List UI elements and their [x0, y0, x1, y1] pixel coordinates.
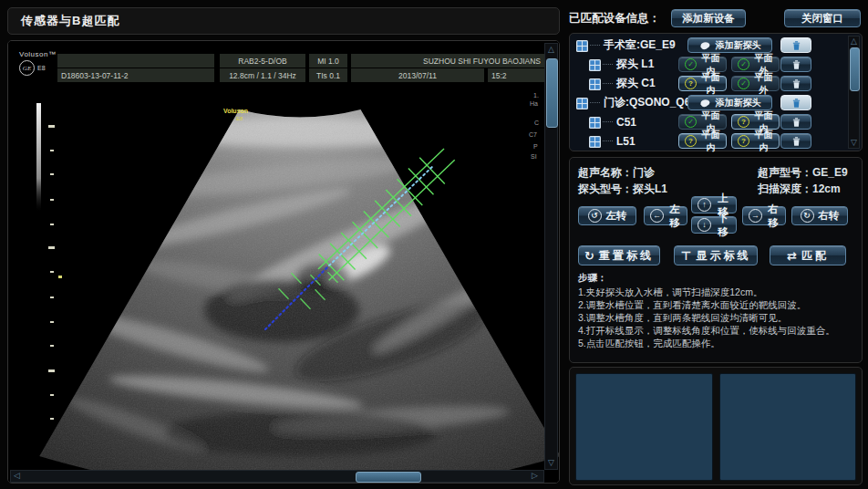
- plane-out-status-button[interactable]: ✓ 平面外: [731, 57, 780, 72]
- probe-model-label: 探头型号：: [578, 182, 633, 195]
- device-panel-header: 已匹配设备信息： 添加新设备 关闭窗口: [569, 7, 863, 29]
- trash-icon: [791, 117, 801, 128]
- delete-probe-button[interactable]: [780, 57, 811, 72]
- plane-in-status-button[interactable]: ? 平面内: [678, 133, 727, 149]
- vertical-scrollbar[interactable]: △ ▽: [544, 43, 558, 470]
- plane-in-status-button[interactable]: ? 平面内: [731, 114, 780, 130]
- scroll-down-icon[interactable]: ▽: [545, 457, 557, 469]
- tree-item-label: 门诊:QSONO_Q6: [604, 95, 690, 110]
- step-item: 4.打开标线显示，调整标线角度和位置，使标线与回波重合。: [578, 324, 855, 337]
- move-right-label: 右移: [767, 203, 780, 230]
- grid-icon: [576, 97, 588, 109]
- add-device-button[interactable]: 添加新设备: [671, 9, 746, 27]
- plane-in-status-button[interactable]: ? 平面内: [731, 133, 780, 149]
- svg-text:E8: E8: [236, 116, 243, 121]
- trash-icon: [791, 136, 801, 147]
- close-window-button[interactable]: 关闭窗口: [784, 9, 861, 27]
- side-annotation: C: [534, 120, 539, 126]
- delete-device-button[interactable]: [780, 37, 811, 53]
- machine-logo: Voluson™ GE E8: [19, 50, 56, 76]
- move-right-button[interactable]: → 右移: [742, 206, 786, 225]
- rotate-left-button[interactable]: ↺ 左转: [578, 206, 636, 225]
- move-down-button[interactable]: ↓ 下移: [691, 216, 737, 234]
- probe-icon: [699, 99, 711, 108]
- delete-device-button[interactable]: [780, 95, 811, 110]
- grid-icon: [589, 58, 601, 70]
- step-item: 1.夹好探头放入水槽，调节扫描深度12cm。: [578, 286, 855, 298]
- plane-in-status-button[interactable]: ✓ 平面内: [678, 57, 727, 72]
- tree-scroll-thumb[interactable]: [850, 47, 860, 91]
- svg-text:Voluson: Voluson: [223, 108, 248, 114]
- probe-icon: [699, 41, 711, 50]
- page-title: 传感器与B超匹配: [8, 13, 119, 29]
- plane-in-status-button[interactable]: ✓ 平面内: [678, 114, 727, 130]
- ge-logo-icon: GE: [19, 60, 35, 76]
- plane-out-status-button[interactable]: ✓ 平面外: [731, 76, 780, 91]
- tree-connector: [603, 140, 613, 141]
- delete-probe-button[interactable]: [780, 133, 811, 149]
- match-button[interactable]: ⇄ 匹配: [770, 245, 846, 265]
- camera-view-panel: [569, 367, 863, 485]
- arrow-up-icon: ↑: [698, 198, 711, 212]
- camera-view-right: [719, 373, 856, 481]
- shuffle-icon: ⇄: [787, 249, 797, 263]
- scroll-down-icon[interactable]: ▽: [848, 137, 860, 149]
- side-annotation: Ha: [530, 100, 538, 107]
- tree-scrollbar[interactable]: △ ▽: [848, 36, 860, 149]
- probe-model-segment: RAB2-5-D/OB: [220, 54, 305, 68]
- add-device-label: 添加新设备: [682, 12, 735, 26]
- close-window-label: 关闭窗口: [801, 12, 843, 26]
- scroll-up-icon[interactable]: △: [545, 44, 557, 56]
- match-label: 匹配: [801, 248, 829, 264]
- rotate-right-button[interactable]: ↻ 右转: [791, 206, 848, 225]
- vertical-scroll-thumb[interactable]: [546, 58, 558, 128]
- arrow-down-icon: ↓: [698, 218, 711, 232]
- tis-segment: TIs 0.1: [309, 68, 347, 82]
- scan-params-segment: 12.8cm / 1.1 / 34Hz: [220, 68, 305, 82]
- probe-model-value: 探头L1: [633, 182, 667, 195]
- ultrasound-viewport[interactable]: Voluson E8: [7, 40, 560, 484]
- show-line-button[interactable]: ⊤ 显示标线: [674, 245, 758, 265]
- scroll-left-icon[interactable]: ◁: [11, 471, 23, 483]
- ultrasound-name-row: 超声名称：门诊: [578, 165, 655, 181]
- ultrasound-image: Voluson E8: [8, 41, 559, 484]
- tree-row-probe[interactable]: 探头 C1 ? 平面内 ✓ 平面外: [570, 74, 862, 93]
- ultrasound-model-label: 超声型号：: [758, 166, 812, 179]
- trash-icon: [791, 78, 801, 89]
- horizontal-scrollbar[interactable]: ◁ ▷: [10, 470, 544, 483]
- device-panel-title: 已匹配设备信息：: [569, 11, 660, 26]
- reset-line-button[interactable]: ↻ 重置标线: [578, 245, 660, 265]
- status-ok-icon: ✓: [685, 58, 697, 70]
- tree-connector: [603, 121, 613, 122]
- tree-row-probe[interactable]: L51 ? 平面内 ? 平面内: [570, 131, 862, 151]
- plane-status-label: 平面内: [754, 129, 773, 154]
- side-annotation-highlight: SI: [531, 153, 537, 160]
- trash-icon: [791, 98, 801, 109]
- delete-probe-button[interactable]: [780, 114, 811, 130]
- scroll-right-icon[interactable]: ▷: [529, 471, 541, 483]
- reset-line-label: 重置标线: [599, 248, 654, 264]
- plane-in-status-button[interactable]: ? 平面内: [678, 76, 727, 91]
- header-blank-segment: [57, 54, 214, 68]
- tree-item-label: 探头 L1: [616, 57, 654, 72]
- grid-icon: [576, 39, 588, 51]
- scan-depth-value: 12cm: [812, 182, 841, 195]
- scroll-up-icon[interactable]: △: [848, 36, 860, 47]
- add-probe-button[interactable]: 添加新探头: [687, 37, 772, 53]
- ultrasound-model-row: 超声型号：GE_E9: [758, 165, 848, 181]
- sensor-bscan-match-window: 传感器与B超匹配: [0, 0, 868, 489]
- status-question-icon: ?: [738, 116, 749, 128]
- move-left-button[interactable]: ← 左移: [644, 206, 687, 225]
- status-question-icon: ?: [685, 78, 697, 89]
- add-probe-button[interactable]: 添加新探头: [687, 95, 772, 110]
- tree-connector: [603, 64, 613, 65]
- brand-name: Voluson™: [19, 50, 56, 58]
- step-item: 2.调整水槽位置，直到看清楚离水面较近的靶线回波。: [578, 298, 855, 311]
- rotate-right-icon: ↻: [801, 209, 814, 223]
- step-item: 3.调整水槽角度，直到两条靶线回波均清晰可见。: [578, 311, 855, 324]
- scan-depth-label: 扫描深度：: [758, 182, 812, 195]
- plane-status-label: 平面内: [701, 129, 720, 154]
- horizontal-scroll-thumb[interactable]: [356, 472, 421, 483]
- delete-probe-button[interactable]: [780, 76, 811, 91]
- trash-icon: [791, 59, 801, 70]
